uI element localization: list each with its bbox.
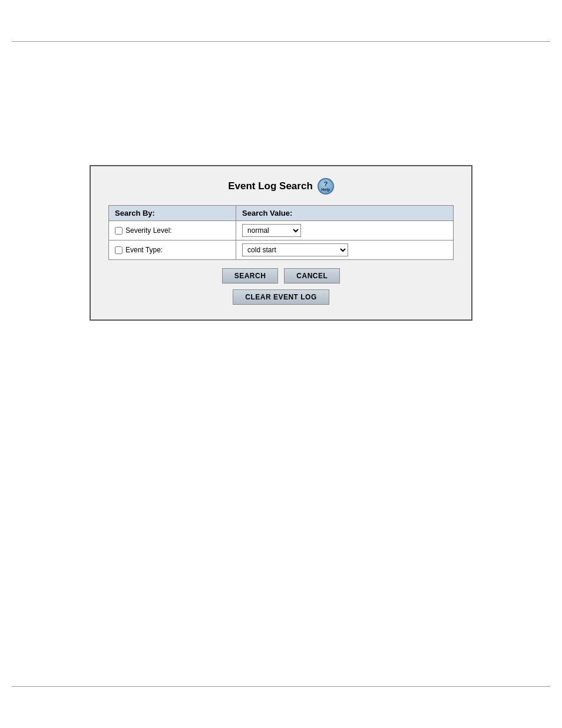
bottom-rule	[12, 686, 550, 687]
help-icon-button[interactable]: ? Help	[318, 178, 334, 195]
help-question-mark: ?	[323, 181, 328, 187]
event-type-select[interactable]: cold start warm start link up link down …	[242, 243, 348, 256]
severity-label-text: Severity Level:	[125, 226, 172, 235]
event-type-label-text: Event Type:	[125, 246, 163, 254]
event-log-search-dialog: Event Log Search ? Help Search By: Searc…	[90, 165, 472, 321]
search-cancel-buttons-row: SEARCH CANCEL	[108, 268, 454, 284]
help-label: Help	[321, 187, 330, 192]
col2-header: Search Value:	[236, 206, 454, 221]
event-type-checkbox-label[interactable]: Event Type:	[115, 246, 230, 254]
event-type-row: Event Type: cold start warm start link u…	[109, 241, 454, 260]
severity-checkbox-label[interactable]: Severity Level:	[115, 226, 230, 235]
page-content: Event Log Search ? Help Search By: Searc…	[12, 47, 550, 681]
event-type-checkbox[interactable]	[115, 246, 123, 254]
event-type-label-cell: Event Type:	[109, 241, 236, 260]
event-type-value-cell: cold start warm start link up link down …	[236, 241, 454, 260]
clear-event-log-row: CLEAR EVENT LOG	[108, 289, 454, 305]
cancel-button[interactable]: CANCEL	[284, 268, 340, 284]
severity-row: Severity Level: normal warning critical	[109, 221, 454, 241]
col1-header: Search By:	[109, 206, 236, 221]
dialog-title: Event Log Search	[228, 180, 313, 192]
search-button[interactable]: SEARCH	[222, 268, 279, 284]
search-table: Search By: Search Value: Severity Level:…	[108, 205, 454, 260]
severity-select[interactable]: normal warning critical	[242, 224, 301, 237]
severity-label-cell: Severity Level:	[109, 221, 236, 241]
dialog-title-row: Event Log Search ? Help	[108, 178, 454, 195]
clear-event-log-button[interactable]: CLEAR EVENT LOG	[233, 289, 329, 305]
severity-value-cell: normal warning critical	[236, 221, 454, 241]
top-rule	[12, 41, 550, 42]
severity-checkbox[interactable]	[115, 227, 123, 235]
